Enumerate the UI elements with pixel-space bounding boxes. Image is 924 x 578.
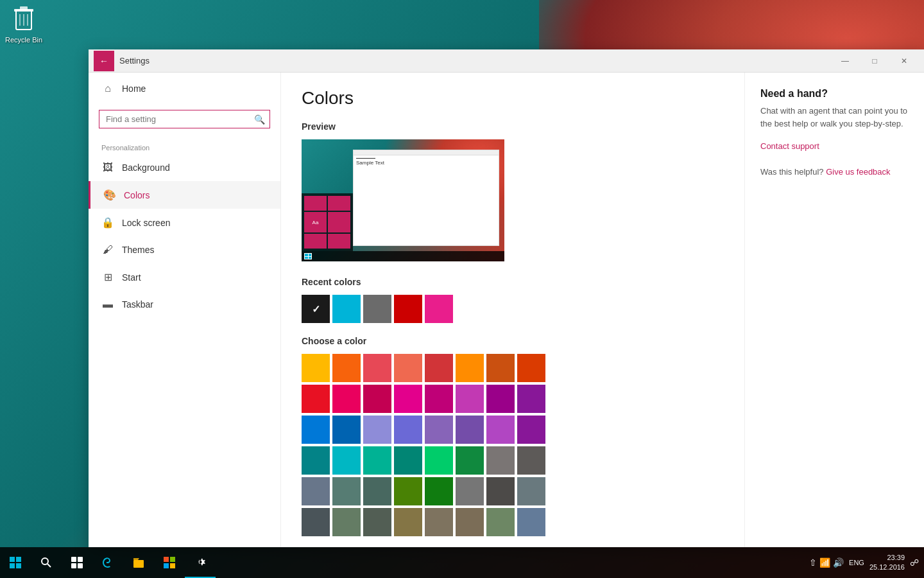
sidebar-item-start[interactable]: ⊞ Start [89,263,280,291]
color-swatch-3-7[interactable] [517,446,545,475]
recycle-bin[interactable]: Recycle Bin [5,5,42,44]
color-swatch-1-7[interactable] [517,385,545,413]
sidebar-item-background[interactable]: 🖼 Background [89,154,280,181]
sidebar-section-title: Personalization [89,134,280,154]
sidebar-item-themes[interactable]: 🖌 Themes [89,236,280,263]
taskbar-app-settings[interactable] [185,547,216,578]
color-swatch-0-2[interactable] [363,354,391,382]
preview-tile-5 [328,234,350,249]
preview-tile-3 [328,212,350,232]
taskbar-search-button[interactable] [31,547,62,578]
color-swatch-3-6[interactable] [486,446,515,475]
preview-taskbar [302,251,504,261]
sidebar-item-lock-screen[interactable]: 🔒 Lock screen [89,209,280,236]
color-swatch-2-6[interactable] [486,416,515,444]
color-swatch-1-1[interactable] [332,385,361,413]
title-bar: ← Settings — □ ✕ [89,49,924,73]
color-swatch-4-4[interactable] [425,477,453,505]
color-swatch-4-2[interactable] [363,477,391,505]
color-swatch-5-3[interactable] [394,508,422,536]
color-swatch-3-1[interactable] [332,446,361,475]
color-swatch-0-3[interactable] [394,354,422,382]
color-swatch-0-4[interactable] [425,354,453,382]
preview-taskbar-start [304,253,312,259]
color-swatch-2-0[interactable] [302,416,330,444]
color-swatch-0-0[interactable] [302,354,330,382]
taskbar-app-edge[interactable] [92,547,123,578]
home-icon: ⌂ [101,83,114,94]
close-button[interactable]: ✕ [889,49,919,73]
color-swatch-5-4[interactable] [425,508,453,536]
svg-rect-13 [78,557,83,562]
color-swatch-5-6[interactable] [486,508,515,536]
recent-color-0[interactable] [302,295,330,323]
color-swatch-4-7[interactable] [517,477,545,505]
color-swatch-1-5[interactable] [456,385,484,413]
help-panel: Need a hand? Chat with an agent that can… [744,73,924,547]
search-input[interactable] [99,110,270,128]
network-icon[interactable]: 📶 [819,557,830,568]
color-swatch-1-0[interactable] [302,385,330,413]
contact-support-link[interactable]: Contact support [760,141,819,151]
color-swatch-1-6[interactable] [486,385,515,413]
sidebar-item-taskbar-label: Taskbar [122,299,153,310]
chevron-up-icon[interactable]: ⇧ [809,557,817,568]
page-title: Colors [302,88,724,109]
color-swatch-2-5[interactable] [456,416,484,444]
taskbar-apps [92,547,216,578]
svg-rect-14 [71,563,76,568]
color-swatch-0-5[interactable] [456,354,484,382]
color-swatch-5-5[interactable] [456,508,484,536]
recent-color-3[interactable] [394,295,422,323]
taskbar-clock[interactable]: 23:39 25.12.2016 [869,553,905,573]
color-swatch-2-4[interactable] [425,416,453,444]
color-swatch-4-0[interactable] [302,477,330,505]
color-swatch-4-3[interactable] [394,477,422,505]
sidebar-home-label: Home [122,83,146,94]
color-swatch-2-1[interactable] [332,416,361,444]
color-swatch-2-2[interactable] [363,416,391,444]
color-swatch-4-5[interactable] [456,477,484,505]
color-swatch-5-1[interactable] [332,508,361,536]
color-swatch-3-0[interactable] [302,446,330,475]
maximize-button[interactable]: □ [860,49,889,73]
preview-window-text: Sample Text [354,159,499,167]
recent-color-4[interactable] [425,295,453,323]
color-swatch-3-3[interactable] [394,446,422,475]
taskbar-app-store[interactable] [154,547,185,578]
back-button[interactable]: ← [94,51,114,71]
color-swatch-2-3[interactable] [394,416,422,444]
color-swatch-2-7[interactable] [517,416,545,444]
color-swatch-3-5[interactable] [456,446,484,475]
minimize-button[interactable]: — [830,49,860,73]
task-view-button[interactable] [62,547,92,578]
color-swatch-0-6[interactable] [486,354,515,382]
notification-icon[interactable]: ☍ [910,557,919,568]
clock-date: 25.12.2016 [869,563,905,572]
color-swatch-1-3[interactable] [394,385,422,413]
color-swatch-4-6[interactable] [486,477,515,505]
start-button[interactable] [0,547,31,578]
color-swatch-3-4[interactable] [425,446,453,475]
taskbar-app-explorer[interactable] [123,547,154,578]
color-swatch-1-4[interactable] [425,385,453,413]
recent-color-1[interactable] [332,295,361,323]
color-swatch-0-7[interactable] [517,354,545,382]
color-swatch-0-1[interactable] [332,354,361,382]
volume-icon[interactable]: 🔊 [833,557,844,568]
color-swatch-5-7[interactable] [517,508,545,536]
sidebar-item-colors[interactable]: 🎨 Colors [89,181,280,209]
recent-color-2[interactable] [363,295,391,323]
sidebar-item-home[interactable]: ⌂ Home [89,73,280,105]
color-swatch-5-2[interactable] [363,508,391,536]
taskbar: ⇧ 📶 🔊 ENG 23:39 25.12.2016 ☍ [0,547,924,578]
preview-start-tiles: Aa [302,193,353,251]
color-swatch-4-1[interactable] [332,477,361,505]
color-swatch-3-2[interactable] [363,446,391,475]
color-swatch-1-2[interactable] [363,385,391,413]
feedback-link[interactable]: Give us feedback [826,167,890,177]
color-swatch-5-0[interactable] [302,508,330,536]
recycle-bin-icon [11,5,37,36]
sidebar-search: 🔍 [99,110,270,128]
sidebar-item-taskbar[interactable]: ▬ Taskbar [89,291,280,318]
